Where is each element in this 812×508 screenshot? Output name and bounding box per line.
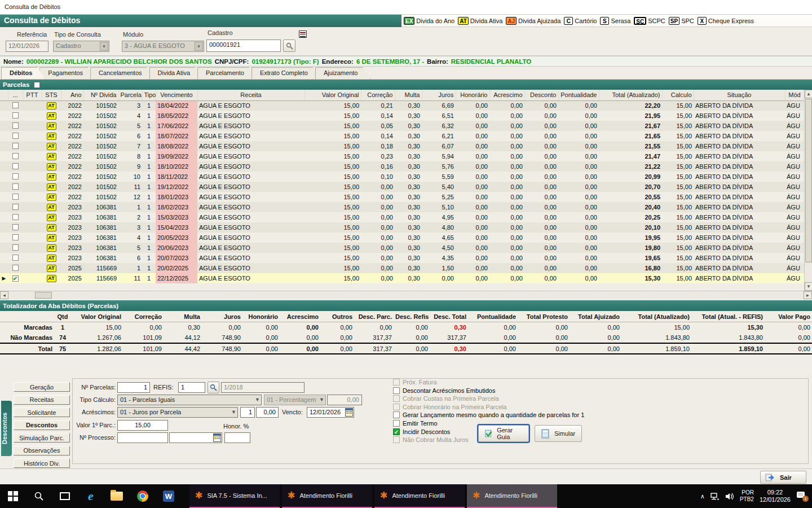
language-indicator[interactable]: PORPTB2 [740, 489, 754, 503]
row-checkbox[interactable] [12, 163, 19, 169]
tab-d-bitos[interactable]: Débitos [1, 67, 45, 79]
cadastro-input[interactable]: 000001921 [206, 40, 281, 52]
table-row[interactable]: AT20221015024118/05/2022AGUA E ESGOTO15,… [0, 111, 804, 121]
row-checkbox[interactable] [12, 173, 19, 179]
speaker-icon[interactable] [725, 493, 734, 500]
table-row[interactable]: AT20221015026118/07/2022AGUA E ESGOTO15,… [0, 131, 804, 141]
option-emitir-termo[interactable]: Emitir Termo [393, 420, 438, 427]
calc-grid-icon[interactable] [213, 433, 221, 442]
clock[interactable]: 09:2212/01/2026 [760, 489, 791, 503]
option-descontar-acr-scimos-embutidos[interactable]: Descontar Acréscimos Embutidos [393, 387, 495, 394]
tab-extrato-completo[interactable]: Extrato Completo [251, 67, 321, 79]
row-checkbox[interactable] [12, 133, 19, 139]
taskbar-app[interactable]: ✱Atendimento Fiorilli [374, 484, 465, 508]
task-view-button[interactable] [52, 484, 78, 508]
table-row[interactable]: AT20221015029118/10/2022AGUA E ESGOTO15,… [0, 161, 804, 172]
refis-input[interactable]: 1 [178, 382, 205, 393]
sair-button[interactable]: Sair [760, 471, 806, 484]
tab-ajuizamento[interactable]: Ajuizamento [315, 67, 371, 79]
row-checkbox[interactable] [12, 102, 19, 108]
option-incidir-descontos[interactable]: ✓Incidir Descontos [393, 428, 450, 435]
chrome-button[interactable] [130, 484, 156, 508]
hscroll-thumb[interactable] [35, 292, 52, 299]
table-row[interactable]: AT20231063815120/06/2023AGUA E ESGOTO15,… [0, 243, 804, 253]
row-checkbox[interactable] [12, 183, 19, 190]
taskbar-app[interactable]: ✱Atendimento Fiorilli [467, 484, 557, 508]
acrescimos-qty-input[interactable]: 1 [240, 407, 255, 418]
row-checkbox[interactable] [12, 234, 19, 240]
network-icon[interactable] [710, 493, 720, 500]
table-row[interactable]: AT20231063816120/07/2023AGUA E ESGOTO15,… [0, 253, 804, 263]
row-checkbox[interactable] [12, 265, 19, 271]
word-button[interactable]: W [156, 484, 182, 508]
row-checkbox[interactable] [12, 112, 19, 119]
tipo-consulta-select[interactable]: Cadastro▼ [53, 41, 109, 52]
gerar-guia-button[interactable]: Gerar Guia [478, 425, 529, 442]
valor1-input[interactable]: 15,00 [117, 420, 168, 431]
vertical-scrollbar[interactable]: ▲ ▼ [804, 90, 812, 291]
simular-button[interactable]: Simular [535, 425, 582, 442]
scroll-left-icon[interactable]: ◄ [0, 291, 8, 299]
table-row[interactable]: AT20221015025117/06/2022AGUA E ESGOTO15,… [0, 121, 804, 131]
table-row[interactable]: AT20221015028119/09/2022AGUA E ESGOTO15,… [0, 151, 804, 161]
table-row[interactable]: AT20251156691120/02/2025AGUA E ESGOTO15,… [0, 263, 804, 273]
option-cobrar-custas-na-primeira-parc[interactable]: Cobrar Custas na Primeira Parcela [393, 395, 499, 402]
row-checkbox[interactable] [12, 224, 19, 230]
parcelas-select-all-checkbox[interactable] [34, 82, 40, 88]
tab-divida-ativa[interactable]: Divida Ativa [149, 67, 203, 79]
table-row[interactable]: AT20221015023118/04/2022AGUA E ESGOTO15,… [0, 100, 804, 111]
table-row[interactable]: AT20231063812115/03/2023AGUA E ESGOTO15,… [0, 212, 804, 222]
list-icon[interactable] [299, 30, 307, 38]
table-row[interactable]: AT20231063814120/05/2023AGUA E ESGOTO15,… [0, 233, 804, 243]
tab-parcelamento[interactable]: Parcelamento [197, 67, 257, 79]
horizontal-scrollbar[interactable]: ◄ ► [0, 291, 812, 299]
row-checkbox[interactable] [12, 204, 19, 210]
scroll-up-icon[interactable]: ▲ [805, 90, 812, 98]
table-row[interactable]: ▶✔AT202511566911122/12/2025AGUA E ESGOTO… [0, 273, 804, 283]
n-parcelas-input[interactable]: 1 [117, 382, 150, 393]
notification-center-button[interactable]: 1 [796, 491, 807, 501]
row-checkbox[interactable] [12, 143, 19, 149]
refis-search-button[interactable] [208, 382, 219, 393]
table-row[interactable]: AT20231063813115/04/2023AGUA E ESGOTO15,… [0, 222, 804, 233]
scroll-down-icon[interactable]: ▼ [805, 282, 812, 291]
cadastro-search-button[interactable] [283, 40, 295, 52]
scroll-right-icon[interactable]: ► [804, 291, 812, 299]
option-n-o-cobrar-multa-juros[interactable]: Não Cobrar Multa Juros [393, 436, 469, 443]
table-row[interactable]: AT202210150210118/11/2022AGUA E ESGOTO15… [0, 172, 804, 182]
option-cobrar-honor-rio-na-primeira-p[interactable]: Cobrar Honorário na Primeira Parcela [393, 404, 507, 410]
tab-cancelamentos[interactable]: Cancelamentos [90, 67, 155, 79]
taskbar-app[interactable]: ✱SIA 7.5 - Sistema In... [189, 484, 280, 508]
table-row[interactable]: AT20231063811118/02/2023AGUA E ESGOTO15,… [0, 202, 804, 212]
calendar-icon[interactable] [345, 408, 353, 417]
sidebar-item-observa-es[interactable]: Observações [14, 446, 70, 456]
tab-descontos-vertical[interactable]: Descontos [1, 401, 12, 456]
row-checkbox[interactable] [12, 255, 19, 261]
option-pr-x-fatura[interactable]: Próx. Fatura [393, 379, 437, 386]
vscroll-thumb[interactable] [805, 99, 812, 262]
modulo-select[interactable]: 3 - ÁGUA E ESGOTO▼ [122, 41, 204, 52]
taskbar-search-button[interactable] [26, 484, 52, 508]
processo-input[interactable] [117, 432, 168, 443]
row-checkbox[interactable] [12, 244, 19, 251]
row-checkbox[interactable]: ✔ [12, 275, 19, 282]
internet-explorer-button[interactable]: e [78, 484, 104, 508]
row-checkbox[interactable] [12, 153, 19, 159]
honor-input[interactable] [224, 432, 250, 443]
referencia-field[interactable]: 12/01/2026 [6, 41, 48, 52]
acrescimos-amount-input[interactable]: 0,00 [256, 407, 279, 418]
acrescimos-select[interactable]: 01 - Juros por Parcela▼ [117, 407, 238, 418]
row-checkbox[interactable] [12, 122, 19, 129]
table-row[interactable]: AT202210150211119/12/2022AGUA E ESGOTO15… [0, 182, 804, 192]
sidebar-item-hist-rico-div-[interactable]: Histórico Div. [14, 458, 70, 468]
row-checkbox[interactable] [12, 214, 19, 220]
tab-pagamentos[interactable]: Pagamentos [39, 67, 96, 79]
row-checkbox[interactable] [12, 194, 19, 200]
option-gerar-lan-amento-mesmo-quando-[interactable]: Gerar Lançamento mesmo quando a quantida… [393, 411, 584, 418]
table-row[interactable]: AT202210150212118/01/2023AGUA E ESGOTO15… [0, 192, 804, 202]
tray-chevron-icon[interactable]: ∧ [700, 493, 705, 500]
taskbar-app[interactable]: ✱Atendimento Fiorilli [282, 484, 372, 508]
tipo-calculo-select[interactable]: 01 - Parcelas Iguais▼ [117, 395, 262, 405]
start-button[interactable] [0, 484, 26, 508]
table-row[interactable]: AT20221015027118/08/2022AGUA E ESGOTO15,… [0, 141, 804, 151]
